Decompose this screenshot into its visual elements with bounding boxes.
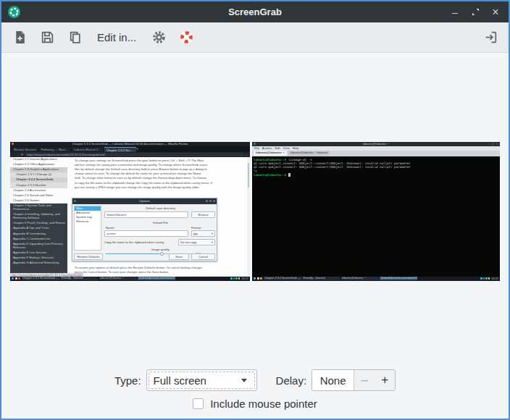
sidebar-chapter-item: Chapter 2.3.3 Skanlite: [10, 182, 67, 188]
taskbar-icon: [15, 277, 17, 280]
docs-scrollbar: [247, 157, 250, 277]
browser-tab: Chapter 2.3.2 ScreenGr…: [104, 147, 136, 152]
window-title: ScreenGrab: [1, 7, 509, 17]
format-label: Format:: [191, 226, 201, 230]
taskbar-menu-icon: [12, 277, 14, 280]
left-monitor-taskbar: Chapter 2.3.2 ScreenGrab — Lubuntu Manua…: [10, 277, 250, 281]
taskbar-icon: [257, 277, 259, 280]
type-label: Type:: [114, 374, 141, 387]
save-button[interactable]: [38, 28, 57, 47]
sidebar-chapter-item: Chapter 2.1 Internet Applications: [10, 157, 67, 162]
restore-icon: [472, 8, 480, 16]
minimize-button[interactable]: –: [448, 5, 462, 20]
terminal-output: lubuntu@lubuntu:~$ lximage-qt -sqt.core.…: [252, 156, 500, 277]
sidebar-chapter-item: Chapter 2.2 Office Applications: [10, 162, 67, 167]
sidebar-chapter-item: Appendix G Advanced Networking: [10, 261, 67, 266]
browser-tabbar: Restore SessionFollowing — MastodonLubun…: [10, 146, 250, 152]
settings-button[interactable]: [149, 28, 168, 47]
quit-button[interactable]: [481, 28, 500, 47]
delay-increment-button[interactable]: +: [375, 370, 395, 390]
system-tray: 16:57: [480, 277, 498, 281]
sidebar-chapter-item: Chapter 2.3 Graphics Applications: [10, 167, 67, 172]
save-icon: [40, 30, 55, 45]
sidebar-chapter-item: Chapter 3 System Tools and Preferences: [10, 203, 67, 212]
copy-button[interactable]: [65, 28, 84, 47]
browser-newtab: +: [135, 146, 140, 151]
terminal-tabbar: lubuntu@lubuntu: ~lubuntu@lubuntu: ~/man…: [252, 151, 500, 156]
docs-content: To change your settings on ScreenGrab pr…: [67, 157, 250, 277]
name-label: Name:: [106, 226, 114, 230]
lifebuoy-icon: [179, 30, 194, 45]
terminal-cursor: [288, 173, 290, 176]
taskbar-window-button: Friendly - Discord: [60, 277, 98, 280]
right-monitor-taskbar: Chapter 2.3.2 ScreenGrab — Lubuntu Manua…: [252, 277, 500, 281]
close-button[interactable]: ×: [488, 5, 503, 20]
sidebar-chapter-item: Appendix A Tips and Tricks: [10, 226, 67, 231]
exit-icon: [483, 30, 498, 45]
taskbar-window-button: /home/lubuntu/screenshots/2/2.3/2.3.2/sc…: [380, 277, 417, 280]
browser-tab: Lubuntu Manual 24.04 d…: [72, 147, 104, 152]
browse-button-preview: Browse: [191, 211, 215, 218]
name-input: screen: [104, 230, 188, 237]
save-dir-input: /home/lubuntu/: [104, 211, 188, 218]
taskbar-window-button: Friendly - Discord: [302, 277, 340, 280]
browser-tab: Restore Session: [12, 147, 38, 152]
sidebar-chapter-item: Chapter 2.6 Games: [10, 198, 67, 203]
help-button[interactable]: [177, 28, 196, 47]
sidebar-chapter-item: Chapter 2.3.2 ScreenGrab: [10, 177, 67, 182]
taskbar-window-button: Chapter 2.3.2 ScreenGrab — Lubuntu Manua…: [22, 277, 59, 280]
gear-icon: [151, 30, 167, 45]
options-dialog-icon: [74, 200, 76, 202]
browser-app-icon: [12, 143, 14, 145]
chevron-down-icon: [241, 379, 247, 382]
browser-tab: Following — Mastodon: [39, 147, 71, 152]
taskbar-window-button: Chapter 2.3.2 ScreenGrab — Lubuntu Manua…: [264, 277, 301, 280]
terminal-tab: lubuntu@lubuntu: ~/manual: [288, 151, 330, 156]
options-nav-item: Shortcuts: [75, 219, 101, 224]
save-button-preview: Save: [169, 253, 189, 260]
format-select: jpg: [191, 230, 215, 237]
taskbar-window-button: lubuntu@lubuntu: ~: [99, 277, 137, 280]
sidebar-chapter-item: Chapter 2.3.1 LXImage-Qt: [10, 172, 67, 177]
browser-urlbar: ← → ⟳ https://manual.lubuntu.me/stable/2…: [10, 152, 250, 157]
image-quality-label: Image quality: [104, 248, 217, 251]
options-dialog-nav: MainAdvancedSystem trayShortcuts: [74, 206, 101, 251]
type-combobox[interactable]: Full screen: [146, 369, 257, 391]
sidebar-chapter-item: Appendix E Live Session: [10, 251, 67, 256]
sidebar-chapter-item: Appendix B Contributing: [10, 231, 67, 236]
docs-text-line: press the Cancel button. To save your ch…: [75, 270, 240, 274]
delay-label: Delay:: [276, 374, 307, 387]
save-dir-label: Default save directory: [104, 206, 217, 210]
cancel-button-preview: Cancel: [191, 253, 215, 260]
delay-value: None: [312, 370, 354, 390]
sidebar-chapter-item: Chapter 5 Panel, Desktop, and Runner: [10, 221, 67, 226]
capture-controls: Type: Full screen Delay: None – + Includ…: [1, 369, 509, 419]
delay-decrement-button[interactable]: –: [354, 370, 375, 390]
titlebar: ScreenGrab – ×: [1, 1, 509, 22]
sidebar-chapter-item: Appendix F Hotkeys Shortcuts: [10, 256, 67, 261]
copy-clipboard-select: Do not copy: [178, 239, 215, 245]
delay-spinbox[interactable]: None – +: [312, 369, 396, 391]
taskbar-clock: 16:57: [241, 277, 248, 281]
terminal-tab: lubuntu@lubuntu: ~: [254, 151, 287, 156]
taskbar-menu-icon: [254, 277, 256, 280]
docs-text-line: you are saving a JPEG image you can chan…: [75, 185, 240, 190]
restore-button[interactable]: [468, 5, 482, 20]
preview-right-monitor: lubuntu@lubuntu: ~ – ▢ × FileActionsEdit…: [252, 142, 500, 281]
sidebar-chapter-item: Chapter 2.4 Accessories: [10, 188, 67, 193]
system-tray: 16:57: [230, 277, 248, 281]
new-screenshot-button[interactable]: [10, 28, 29, 47]
options-dialog-titlebar: Options: [72, 198, 217, 204]
taskbar-icon: [18, 277, 20, 280]
preview-area: Chapter 2.3.2 ScreenGrab — Lubuntu Manua…: [1, 53, 509, 369]
sidebar-chapter-item: Chapter 2.5 Sound and Video: [10, 193, 67, 198]
edit-in-button[interactable]: Edit in...: [97, 31, 136, 43]
terminal-app-icon: [254, 143, 256, 145]
slider-handle: [160, 252, 164, 256]
sidebar-chapter-item: Chapter 4 Installing, Updating, and Remo…: [10, 212, 67, 221]
screengrab-window: ScreenGrab – × Edit in...: [0, 0, 510, 420]
sidebar-chapter-item: Appendix D Upgrading from Previous Relea…: [10, 242, 67, 251]
default-file-label: Default File: [104, 221, 217, 224]
include-pointer-checkbox[interactable]: [193, 398, 204, 409]
taskbar-icon: [260, 277, 262, 280]
